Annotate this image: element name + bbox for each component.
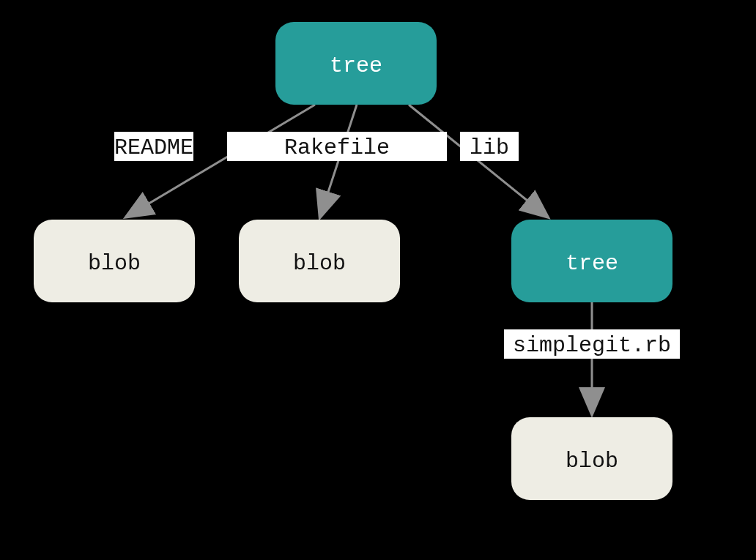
node-blob-simplegit-label: blob [566,449,618,474]
node-root-tree-label: tree [330,53,382,78]
git-object-diagram: tree blob blob tree blob README Rakefile… [0,0,756,560]
node-blob-rakefile-label: blob [293,251,346,276]
edge-lib-label: lib [470,135,509,160]
edge-rakefile-label: Rakefile [284,135,390,160]
edge-readme-label: README [114,135,193,160]
node-blob-readme-label: blob [88,251,141,276]
edge-simplegit-label: simplegit.rb [513,333,671,358]
node-subtree-label: tree [566,251,618,276]
